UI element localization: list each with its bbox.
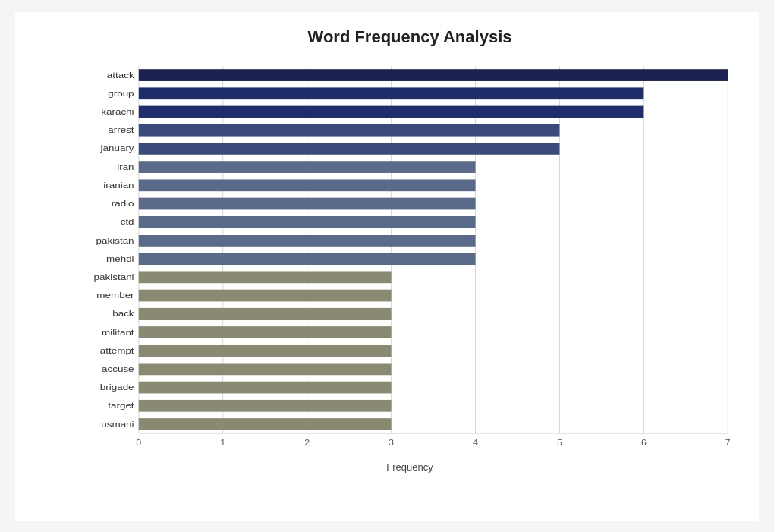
bar-group xyxy=(139,87,644,99)
bar-label-january: january xyxy=(99,143,134,153)
bar-label-karachi: karachi xyxy=(101,106,134,116)
bar-pakistani xyxy=(139,271,392,283)
bar-brigade xyxy=(139,381,392,393)
x-axis-title: Frequency xyxy=(76,461,744,473)
bar-militant xyxy=(139,326,392,338)
chart-title: Word Frequency Analysis xyxy=(76,27,744,47)
bar-back xyxy=(139,307,392,320)
bar-iran xyxy=(139,161,476,173)
bar-label-target: target xyxy=(108,401,134,411)
bar-label-back: back xyxy=(112,309,134,319)
bar-label-pakistan: pakistan xyxy=(96,235,134,245)
bar-label-member: member xyxy=(96,290,134,300)
bar-january xyxy=(139,143,560,155)
x-tick-2: 2 xyxy=(304,438,310,447)
bar-label-radio: radio xyxy=(112,198,134,208)
bar-mehdi xyxy=(139,253,476,265)
x-tick-6: 6 xyxy=(641,438,647,447)
bar-member xyxy=(139,289,392,301)
bar-label-ctd: ctd xyxy=(121,217,134,227)
bar-label-accuse: accuse xyxy=(102,364,134,373)
chart-container: Word Frequency Analysis attackgroupkarac… xyxy=(15,12,759,521)
x-tick-3: 3 xyxy=(389,438,394,447)
x-tick-1: 1 xyxy=(220,438,225,447)
bar-arrest xyxy=(139,124,560,136)
x-tick-4: 4 xyxy=(473,438,478,447)
bar-label-attempt: attempt xyxy=(100,345,134,355)
bar-usmani xyxy=(139,418,392,430)
x-tick-5: 5 xyxy=(557,438,562,447)
bar-karachi xyxy=(139,105,644,118)
bar-attempt xyxy=(139,345,392,357)
bar-label-arrest: arrest xyxy=(108,125,134,135)
bar-label-iran: iran xyxy=(117,162,134,172)
bar-label-brigade: brigade xyxy=(100,382,134,392)
bar-accuse xyxy=(139,363,392,375)
bar-ctd xyxy=(139,216,476,228)
bar-iranian xyxy=(139,179,476,191)
bar-label-militant: militant xyxy=(102,327,134,337)
bar-attack xyxy=(139,69,728,81)
bar-target xyxy=(139,399,392,411)
bar-radio xyxy=(139,197,476,209)
bar-label-group: group xyxy=(108,88,134,98)
bar-label-usmani: usmani xyxy=(101,419,134,429)
bar-label-pakistani: pakistani xyxy=(94,272,134,282)
bar-pakistan xyxy=(139,235,476,247)
x-tick-0: 0 xyxy=(136,438,141,447)
bar-label-attack: attack xyxy=(107,70,135,80)
bar-label-iranian: iranian xyxy=(103,180,134,190)
bar-label-mehdi: mehdi xyxy=(106,253,134,263)
x-tick-7: 7 xyxy=(725,438,731,447)
